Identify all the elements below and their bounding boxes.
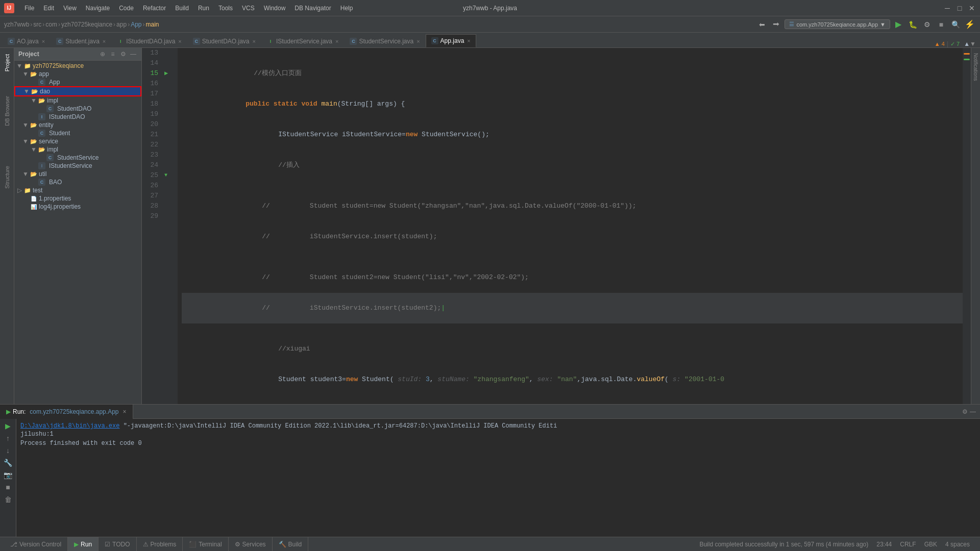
scroll-down[interactable]: ▼ [970, 40, 976, 47]
tree-node-service-impl[interactable]: ▼ 📂 impl [14, 145, 141, 154]
tree-node-studentservice[interactable]: ▷ C StudentService [14, 154, 141, 162]
tree-node-entity[interactable]: ▼ 📂 entity [14, 121, 141, 129]
status-position[interactable]: 23:44 [876, 541, 892, 548]
tab-istudentdao[interactable]: I IStudentDAO.java × [111, 34, 187, 47]
run-camera-btn[interactable]: 📷 [3, 470, 13, 480]
bot-tab-services[interactable]: ⚙ Services [229, 537, 273, 552]
menu-window[interactable]: Window [260, 3, 290, 14]
breadcrumb-com[interactable]: com [45, 21, 57, 28]
tree-node-test[interactable]: ▷ 📁 test [14, 186, 141, 194]
run-config[interactable]: ☰ com.yzh70725keqiance.app.App ▼ [785, 19, 890, 29]
menu-help[interactable]: Help [336, 3, 357, 14]
tab-studentservice[interactable]: C StudentService.java × [344, 34, 425, 47]
run-settings-icon[interactable]: ⚙ [962, 408, 968, 415]
tree-node-dao[interactable]: ▼ 📂 dao [14, 86, 141, 96]
bot-tab-build[interactable]: 🔨 Build [273, 537, 309, 552]
tab-close-studentservice[interactable]: × [416, 38, 420, 44]
proj-icon-collapse[interactable]: ≡ [109, 50, 117, 58]
tree-node-istudentservice[interactable]: ▷ I IStudentService [14, 162, 141, 170]
menu-view[interactable]: View [59, 3, 81, 14]
debug-button[interactable]: 🐛 [906, 18, 919, 31]
nav-back-btn[interactable]: ⬅ [756, 18, 768, 31]
breadcrumb-class[interactable]: App [131, 21, 141, 28]
tab-close-app[interactable]: × [467, 38, 470, 44]
tab-studentdao[interactable]: C StudentDAO.java × [187, 34, 261, 47]
run-minimize-icon[interactable]: — [970, 408, 976, 415]
minimize-button[interactable]: ─ [943, 4, 951, 12]
stop-button[interactable]: ■ [935, 18, 947, 31]
code-lines[interactable]: //模仿入口页面 public static void main(String[… [178, 48, 963, 404]
proj-icon-locate[interactable]: ⊕ [99, 50, 107, 58]
menu-code[interactable]: Code [115, 3, 138, 14]
menu-build[interactable]: Build [171, 3, 193, 14]
run-java-exe-link[interactable]: D:\Java\jdk1.8\bin\java.exe [20, 422, 119, 430]
tree-node-dao-impl[interactable]: ▼ 📂 impl [14, 96, 141, 105]
tree-node-bao[interactable]: ▷ C BAO [14, 178, 141, 186]
proj-icon-settings[interactable]: ⚙ [119, 50, 127, 58]
tree-node-studentdao[interactable]: ▷ C StudentDAO [14, 105, 141, 113]
status-charset[interactable]: GBK [924, 541, 937, 548]
breadcrumb-app[interactable]: app [116, 21, 127, 28]
menu-tools[interactable]: Tools [214, 3, 237, 14]
notifications-tab[interactable]: Notifications [972, 50, 979, 84]
tab-close-student[interactable]: × [103, 38, 106, 44]
status-crlf[interactable]: CRLF [900, 541, 916, 548]
tab-close-istudentservice[interactable]: × [335, 38, 338, 44]
run-tab-run[interactable]: ▶ Run: com.yzh70725keqiance.app.App × [0, 405, 133, 419]
bot-tab-todo[interactable]: ☑ TODO [99, 537, 136, 552]
proj-icon-minimize[interactable]: — [129, 50, 137, 58]
bot-tab-run[interactable]: ▶ Run [68, 537, 99, 552]
tree-node-1prop[interactable]: ▷ 📄 1.properties [14, 194, 141, 203]
menu-file[interactable]: File [20, 3, 38, 14]
tree-node-app[interactable]: ▼ 📂 app [14, 70, 141, 78]
tab-aojava[interactable]: C AO.java × [2, 34, 51, 47]
tree-node-root[interactable]: ▼ 📁 yzh70725keqiance [14, 62, 141, 70]
sidebar-tab-project[interactable]: Project [2, 50, 12, 76]
menu-run[interactable]: Run [194, 3, 213, 14]
menu-edit[interactable]: Edit [39, 3, 58, 14]
tree-node-service[interactable]: ▼ 📂 service [14, 137, 141, 145]
tree-node-student[interactable]: ▷ C Student [14, 129, 141, 137]
breadcrumb-src[interactable]: src [33, 21, 41, 28]
tree-node-istudentdao[interactable]: ▷ I IStudentDAO [14, 113, 141, 121]
tab-close-istudentdao[interactable]: × [178, 38, 181, 44]
close-button[interactable]: ✕ [968, 4, 976, 12]
breadcrumb-method[interactable]: main [146, 21, 159, 28]
tab-close-ao[interactable]: × [42, 38, 45, 44]
scroll-up[interactable]: ▲ [964, 40, 970, 47]
status-indent[interactable]: 4 spaces [945, 541, 970, 548]
run-trash-btn[interactable]: 🗑 [3, 494, 13, 505]
run-restart-btn[interactable]: ▶ [3, 421, 13, 431]
maximize-button[interactable]: □ [955, 4, 964, 12]
run-button[interactable]: ▶ [892, 18, 904, 31]
menu-vcs[interactable]: VCS [238, 3, 259, 14]
tree-node-log4jprop[interactable]: ▷ 📊 log4j.properties [14, 203, 141, 211]
breadcrumb-project[interactable]: yzh7wwb [4, 21, 29, 28]
tab-istudentservice[interactable]: I IStudentService.java × [261, 34, 345, 47]
menu-dbnavigator[interactable]: DB Navigator [290, 3, 335, 14]
run-wrench-btn[interactable]: 🔧 [3, 458, 13, 468]
tab-close-studentdao[interactable]: × [253, 38, 256, 44]
tab-appjava[interactable]: C App.java × [426, 34, 476, 47]
run-tab-close[interactable]: × [122, 408, 126, 415]
tab-studentjava[interactable]: C Student.java × [51, 34, 111, 47]
menu-navigate[interactable]: Navigate [82, 3, 114, 14]
settings-button[interactable]: ⚡ [964, 18, 976, 31]
tree-node-util[interactable]: ▼ 📂 util [14, 170, 141, 178]
breadcrumb-pkg[interactable]: yzh70725keqiance [61, 21, 112, 28]
code-scroll[interactable]: 13 14 15 16 17 18 19 20 21 22 23 24 25 2… [142, 48, 963, 404]
coverage-button[interactable]: ⚙ [921, 18, 933, 31]
sidebar-tab-browser[interactable]: DB Browser [2, 92, 12, 130]
bot-tab-vc[interactable]: ⎇ Version Control [4, 537, 68, 552]
left-sidebar: Project DB Browser Structure Project ⊕ ≡… [0, 48, 142, 404]
bot-tab-terminal[interactable]: ⬛ Terminal [183, 537, 228, 552]
menu-refactor[interactable]: Refactor [139, 3, 170, 14]
bot-tab-problems[interactable]: ⚠ Problems [137, 537, 183, 552]
nav-forward-btn[interactable]: ⮕ [770, 18, 782, 31]
run-stop-btn[interactable]: ■ [3, 482, 13, 492]
search-button[interactable]: 🔍 [949, 18, 962, 31]
tree-node-appclass[interactable]: ▷ C App [14, 78, 141, 86]
run-scrolldown-btn[interactable]: ↓ [3, 445, 13, 456]
sidebar-tab-structure[interactable]: Structure [2, 162, 12, 193]
run-scrollup-btn[interactable]: ↑ [3, 433, 13, 443]
